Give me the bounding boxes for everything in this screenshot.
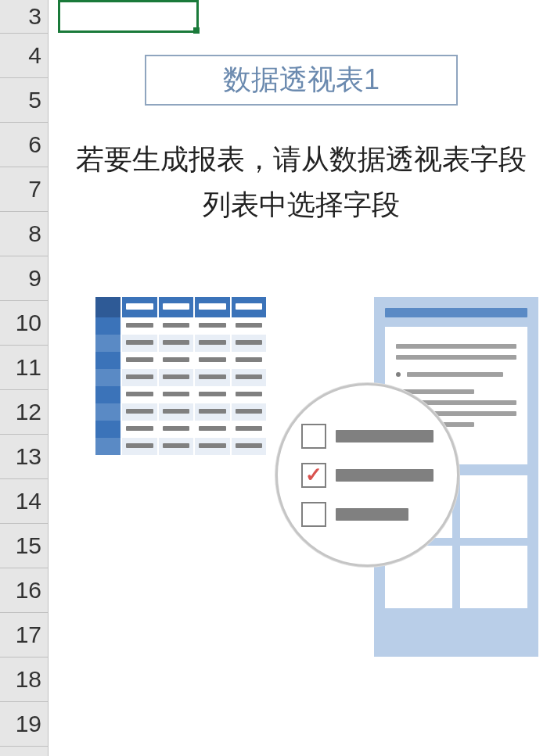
row-header[interactable]: 7	[0, 167, 48, 212]
checkbox-unchecked-icon	[301, 502, 326, 527]
pivot-illustration	[64, 297, 538, 672]
row-header[interactable]: 4	[0, 34, 48, 78]
row-header[interactable]: 17	[0, 613, 48, 657]
row-header[interactable]: 9	[0, 256, 48, 301]
table-icon	[95, 297, 268, 455]
row-header-column: 3 4 5 6 7 8 9 10 11 12 13 14 15 16 17 18…	[0, 0, 49, 756]
pivot-table-placeholder[interactable]: 数据透视表1 若要生成报表，请从数据透视表字段列表中选择字段	[64, 55, 538, 672]
row-header[interactable]: 3	[0, 0, 48, 34]
row-header[interactable]: 5	[0, 78, 48, 123]
row-header[interactable]: 11	[0, 346, 48, 390]
checkbox-checked-icon	[301, 463, 326, 488]
row-header[interactable]: 18	[0, 657, 48, 702]
row-header[interactable]: 19	[0, 702, 48, 747]
pivot-instruction: 若要生成报表，请从数据透视表字段列表中选择字段	[64, 137, 538, 227]
row-header[interactable]: 12	[0, 390, 48, 435]
active-cell[interactable]	[58, 0, 199, 33]
row-header[interactable]: 16	[0, 568, 48, 613]
fill-handle[interactable]	[193, 27, 200, 34]
row-header[interactable]: 13	[0, 435, 48, 479]
row-header[interactable]: 8	[0, 212, 48, 256]
pivot-title: 数据透视表1	[145, 55, 458, 106]
row-header[interactable]: 10	[0, 301, 48, 346]
checkbox-unchecked-icon	[301, 424, 326, 449]
row-header[interactable]: 15	[0, 524, 48, 568]
magnifier-icon	[275, 383, 459, 567]
worksheet-area[interactable]: 数据透视表1 若要生成报表，请从数据透视表字段列表中选择字段	[49, 0, 554, 756]
row-header[interactable]: 14	[0, 479, 48, 524]
row-header[interactable]: 6	[0, 123, 48, 167]
